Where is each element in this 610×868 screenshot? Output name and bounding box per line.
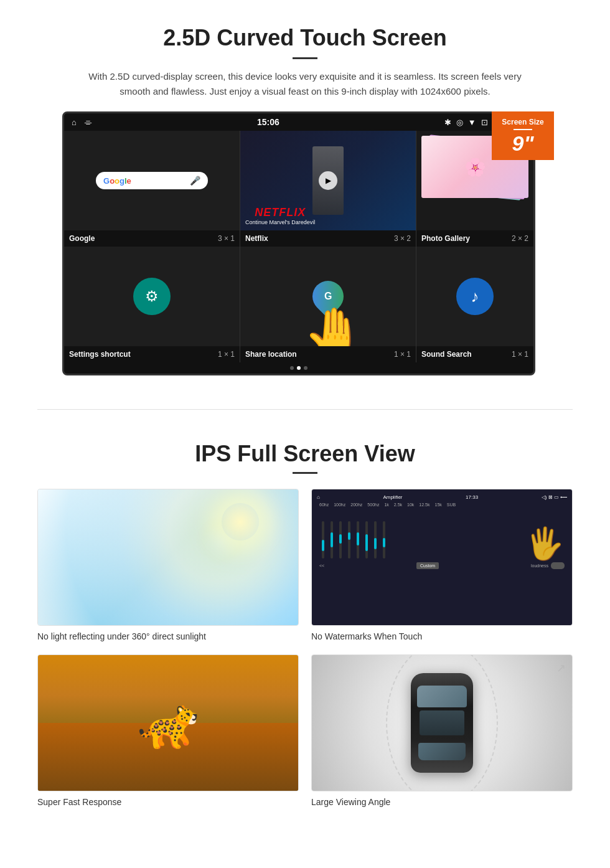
amp-bar-track-3 [339,521,342,559]
settings-label-size: 1 × 1 [218,350,235,359]
amp-bar-group-4 [345,521,353,559]
amp-footer: << Custom loudness [317,562,567,569]
flower-icon: 🌸 [464,157,486,177]
feature-image-sunlight [37,489,299,626]
amp-loudness-row: loudness [531,562,565,569]
google-logo: Google [103,176,131,186]
settings-icon-circle: ⚙ [133,278,171,315]
play-button[interactable]: ▶ [319,171,337,190]
amp-time: 17:33 [466,494,478,500]
section-curved-touch: 2.5D Curved Touch Screen With 2.5D curve… [0,0,610,390]
app-cell-settings[interactable]: ⚙ Settings shortcut 1 × 1 [64,247,240,362]
sound-label-name: Sound Search [421,350,472,359]
car-roof [420,710,464,735]
app-cell-share[interactable]: G 🤚 Share location 1 × 1 [240,247,416,362]
amp-bar-group-3 [337,521,344,559]
app-cell-google[interactable]: Google 🎤 Google 3 × 1 [64,131,240,247]
sound-label-size: 1 × 1 [512,350,528,359]
share-label-size: 1 × 1 [394,350,411,359]
feature-cheetah: 🐆 Super Fast Response [37,654,299,808]
section1-description: With 2.5D curved-display screen, this de… [87,69,523,99]
feature-label-cheetah: Super Fast Response [37,797,121,807]
netflix-label-size: 3 × 2 [394,234,411,243]
amp-equalizer: 🖐 [317,509,567,559]
amp-bar-track-7 [374,521,377,559]
music-note-icon: ♪ [471,287,479,306]
device-frame: ⌂ ⌯ 15:06 ✱ ◎ ▼ ⊡ ◁) ⊠ ▭ [62,111,535,375]
mic-icon: 🎤 [190,176,200,186]
feature-grid: No light reflecting under 360° direct su… [37,489,573,808]
section2-divider [293,472,317,474]
gear-icon: ⚙ [145,288,159,305]
wifi-icon: ▼ [468,118,476,127]
cheetah-figure: 🐆 [137,694,199,752]
sound-icon-circle: ♪ [456,278,494,315]
feature-sunlight: No light reflecting under 360° direct su… [37,489,299,642]
amp-bar-fill-2 [331,532,333,547]
section1-title: 2.5D Curved Touch Screen [37,25,573,51]
amp-bar-track-8 [383,521,385,559]
google-search-bar[interactable]: Google 🎤 [96,172,208,189]
google-label-size: 3 × 1 [218,234,235,243]
car-rear-window [418,743,466,760]
netflix-logo-text: NETFLIX [245,206,315,219]
badge-size-text: 9" [512,131,533,155]
amp-bar-fill-8 [383,538,385,547]
app-cell-netflix[interactable]: ▶ NETFLIX Continue Marvel's Daredevil Ne… [240,131,416,247]
title-divider [293,57,317,59]
status-left-icons: ⌂ ⌯ [72,118,92,127]
badge-title-text: Screen Size [502,118,544,126]
status-bar: ⌂ ⌯ 15:06 ✱ ◎ ▼ ⊡ ◁) ⊠ ▭ [64,113,533,131]
feature-label-amplifier: No Watermarks When Touch [311,631,422,641]
amp-bar-group-6 [363,521,370,559]
amp-freq-labels: 60hz100hz200hz500hz1k2.5k10k12.5k15kSUB [317,502,567,507]
device-mockup: Screen Size 9" ⌂ ⌯ 15:06 ✱ ◎ ▼ ⊡ ◁) ⊠ [62,111,548,375]
home-icon: ⌂ [72,118,77,127]
share-label-name: Share location [245,350,297,359]
amp-bar-group-1 [319,521,327,559]
amp-bar-track-2 [331,521,333,559]
sound-preview: ♪ [416,247,533,346]
amp-header: ⌂ Amplifier 17:33 ◁) ⊠ ▭ ⟵ [317,494,567,500]
amp-bar-fill-5 [357,532,359,545]
amp-hand-icon: 🖐 [525,526,564,562]
gallery-label-size: 2 × 2 [512,234,528,243]
dot-2-active [297,366,301,370]
app-row-top: Google 🎤 Google 3 × 1 [64,131,533,247]
car-windshield [417,686,467,707]
netflix-label-row: Netflix 3 × 2 [240,230,416,247]
feature-image-cheetah: 🐆 [37,654,299,791]
netflix-label-name: Netflix [245,234,268,243]
netflix-preview: ▶ NETFLIX Continue Marvel's Daredevil [240,131,416,230]
amp-bar-group-2 [328,521,336,559]
amp-bar-group-5 [354,521,362,559]
section-ips: IPS Full Screen View No light reflecting… [0,428,610,826]
google-preview: Google 🎤 [64,131,240,230]
feature-amplifier: ⌂ Amplifier 17:33 ◁) ⊠ ▭ ⟵ 60hz100hz200h… [311,489,573,642]
amp-custom-button[interactable]: Custom [416,562,439,569]
settings-label-row: Settings shortcut 1 × 1 [64,346,240,362]
amp-bar-track-6 [365,521,368,559]
amp-bar-group-7 [372,521,379,559]
section2-title: IPS Full Screen View [37,441,573,467]
feature-image-amplifier: ⌂ Amplifier 17:33 ◁) ⊠ ▭ ⟵ 60hz100hz200h… [311,489,573,626]
amp-title: Amplifier [383,494,402,500]
amp-loudness-toggle[interactable] [551,562,565,569]
amp-bar-track-1 [322,521,324,559]
amp-home-icon: ⌂ [317,494,320,500]
car-arrow-icon: ↗ [556,661,566,675]
car-visual: ↗ [312,655,572,791]
share-label-row: Share location 1 × 1 [240,346,416,362]
amp-bar-fill-4 [348,532,350,540]
feature-car: ↗ Large Viewing Angle [311,654,573,808]
amp-bar-group-8 [380,521,388,559]
badge-divider [514,129,532,130]
app-cell-sound[interactable]: ♪ Sound Search 1 × 1 [416,247,533,362]
amp-bar-track-5 [357,521,359,559]
usb-icon: ⌯ [84,118,92,127]
car-body [411,673,473,773]
screen-page-dots [64,362,533,374]
feature-label-car: Large Viewing Angle [311,797,390,807]
dot-1 [290,366,294,370]
maps-g-letter: G [324,291,332,302]
